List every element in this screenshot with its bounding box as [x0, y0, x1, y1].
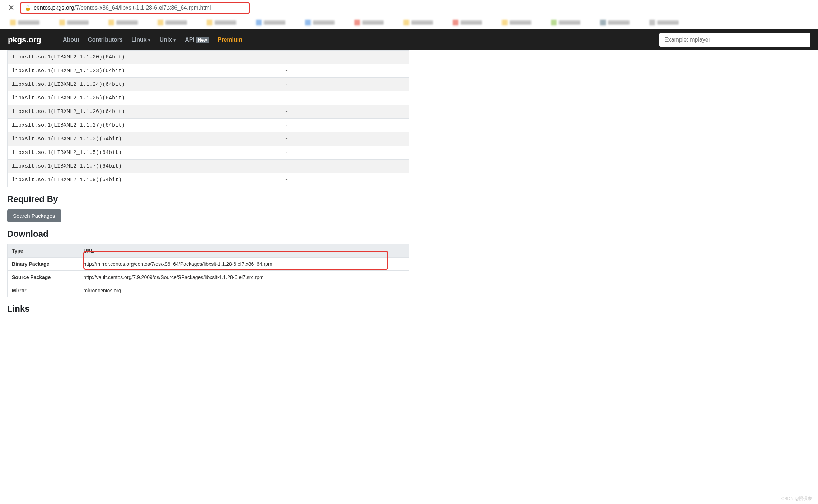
nav-premium[interactable]: Premium	[218, 37, 242, 43]
provides-name: libxslt.so.1(LIBXML2_1.1.3)(64bit)	[8, 132, 281, 146]
heading-links: Links	[7, 304, 409, 314]
bookmark-label	[18, 20, 39, 25]
site-header: pkgs.org About Contributors Linux▼ Unix▼…	[0, 29, 818, 50]
bookmark-label	[362, 20, 384, 25]
download-type: Binary Package	[8, 258, 79, 271]
url-box-highlight: 🔒 centos.pkgs.org/7/centos-x86_64/libxsl…	[20, 2, 250, 14]
bookmark-icon	[108, 20, 114, 25]
bookmark-icon	[600, 20, 606, 25]
browser-address-bar: ✕ 🔒 centos.pkgs.org/7/centos-x86_64/libx…	[0, 0, 818, 16]
search-packages-button[interactable]: Search Packages	[7, 209, 61, 222]
bookmark-label	[313, 20, 335, 25]
new-badge: New	[196, 37, 209, 43]
bookmark-item[interactable]	[453, 20, 482, 25]
bookmark-icon	[256, 20, 262, 25]
provides-value: -	[280, 146, 409, 160]
nav-unix[interactable]: Unix▼	[160, 37, 177, 43]
bookmark-item[interactable]	[600, 20, 630, 25]
provides-name: libxslt.so.1(LIBXML2_1.1.27)(64bit)	[8, 119, 281, 132]
bookmark-item[interactable]	[59, 20, 89, 25]
close-icon[interactable]: ✕	[4, 3, 19, 13]
download-url[interactable]: mirror.centos.org	[79, 284, 409, 297]
bookmark-item[interactable]	[305, 20, 335, 25]
bookmark-item[interactable]	[354, 20, 384, 25]
search-input[interactable]	[659, 33, 810, 47]
provides-value: -	[280, 78, 409, 91]
bookmark-icon	[551, 20, 557, 25]
url-text[interactable]: centos.pkgs.org/7/centos-x86_64/libxslt-…	[34, 5, 211, 11]
chevron-down-icon: ▼	[148, 38, 151, 42]
provides-name: libxslt.so.1(LIBXML2_1.1.23)(64bit)	[8, 64, 281, 78]
provides-name: libxslt.so.1(LIBXML2_1.1.24)(64bit)	[8, 78, 281, 91]
lock-icon: 🔒	[25, 5, 31, 11]
bookmark-item[interactable]	[502, 20, 531, 25]
provides-value: -	[280, 64, 409, 78]
download-row: Binary Packagehttp://mirror.centos.org/c…	[8, 258, 409, 271]
site-logo[interactable]: pkgs.org	[8, 35, 41, 44]
provides-row: libxslt.so.1(LIBXML2_1.1.7)(64bit)-	[8, 160, 409, 173]
bookmark-item[interactable]	[403, 20, 433, 25]
provides-row: libxslt.so.1(LIBXML2_1.1.3)(64bit)-	[8, 132, 409, 146]
bookmark-label	[461, 20, 482, 25]
heading-required-by: Required By	[7, 194, 409, 204]
main-content: libxslt.so.1(LIBXML2_1.1.20)(64bit)-libx…	[0, 50, 416, 326]
provides-row: libxslt.so.1(LIBXML2_1.1.20)(64bit)-	[8, 51, 409, 64]
nav-about[interactable]: About	[63, 37, 79, 43]
provides-row: libxslt.so.1(LIBXML2_1.1.26)(64bit)-	[8, 105, 409, 119]
provides-value: -	[280, 119, 409, 132]
bookmark-icon	[502, 20, 508, 25]
bookmark-icon	[305, 20, 311, 25]
download-row: Source Packagehttp://vault.centos.org/7.…	[8, 271, 409, 284]
chevron-down-icon: ▼	[173, 38, 176, 42]
provides-value: -	[280, 105, 409, 119]
provides-name: libxslt.so.1(LIBXML2_1.1.25)(64bit)	[8, 91, 281, 105]
provides-name: libxslt.so.1(LIBXML2_1.1.26)(64bit)	[8, 105, 281, 119]
bookmark-item[interactable]	[108, 20, 138, 25]
download-url[interactable]: http://mirror.centos.org/centos/7/os/x86…	[79, 258, 409, 271]
provides-name: libxslt.so.1(LIBXML2_1.1.9)(64bit)	[8, 173, 281, 187]
nav-api[interactable]: APINew	[185, 37, 209, 43]
bookmark-label	[559, 20, 580, 25]
bookmark-item[interactable]	[207, 20, 236, 25]
provides-name: libxslt.so.1(LIBXML2_1.1.20)(64bit)	[8, 51, 281, 64]
provides-row: libxslt.so.1(LIBXML2_1.1.23)(64bit)-	[8, 64, 409, 78]
bookmark-icon	[10, 20, 16, 25]
bookmark-icon	[59, 20, 65, 25]
provides-value: -	[280, 173, 409, 187]
bookmark-icon	[453, 20, 458, 25]
provides-row: libxslt.so.1(LIBXML2_1.1.27)(64bit)-	[8, 119, 409, 132]
bookmark-label	[411, 20, 433, 25]
bookmark-label	[165, 20, 187, 25]
bookmark-icon	[207, 20, 212, 25]
provides-row: libxslt.so.1(LIBXML2_1.1.5)(64bit)-	[8, 146, 409, 160]
provides-row: libxslt.so.1(LIBXML2_1.1.24)(64bit)-	[8, 78, 409, 91]
provides-name: libxslt.so.1(LIBXML2_1.1.5)(64bit)	[8, 146, 281, 160]
download-th-type: Type	[8, 244, 79, 258]
provides-table: libxslt.so.1(LIBXML2_1.1.20)(64bit)-libx…	[7, 50, 409, 187]
bookmark-label	[264, 20, 285, 25]
bookmarks-bar	[0, 16, 818, 29]
heading-download: Download	[7, 229, 409, 239]
bookmark-icon	[649, 20, 655, 25]
bookmark-label	[116, 20, 138, 25]
nav-linux[interactable]: Linux▼	[131, 37, 151, 43]
bookmark-item[interactable]	[551, 20, 580, 25]
provides-row: libxslt.so.1(LIBXML2_1.1.9)(64bit)-	[8, 173, 409, 187]
bookmark-item[interactable]	[10, 20, 39, 25]
bookmark-item[interactable]	[649, 20, 679, 25]
bookmark-icon	[354, 20, 360, 25]
download-type: Source Package	[8, 271, 79, 284]
bookmark-icon	[403, 20, 409, 25]
provides-value: -	[280, 51, 409, 64]
bookmark-item[interactable]	[256, 20, 285, 25]
nav-contributors[interactable]: Contributors	[88, 37, 123, 43]
bookmark-label	[510, 20, 531, 25]
bookmark-label	[657, 20, 679, 25]
download-th-url: URL	[79, 244, 409, 258]
provides-value: -	[280, 91, 409, 105]
download-url[interactable]: http://vault.centos.org/7.9.2009/os/Sour…	[79, 271, 409, 284]
download-table: Type URL Binary Packagehttp://mirror.cen…	[7, 244, 409, 297]
download-row: Mirrormirror.centos.org	[8, 284, 409, 297]
bookmark-item[interactable]	[158, 20, 187, 25]
provides-value: -	[280, 160, 409, 173]
